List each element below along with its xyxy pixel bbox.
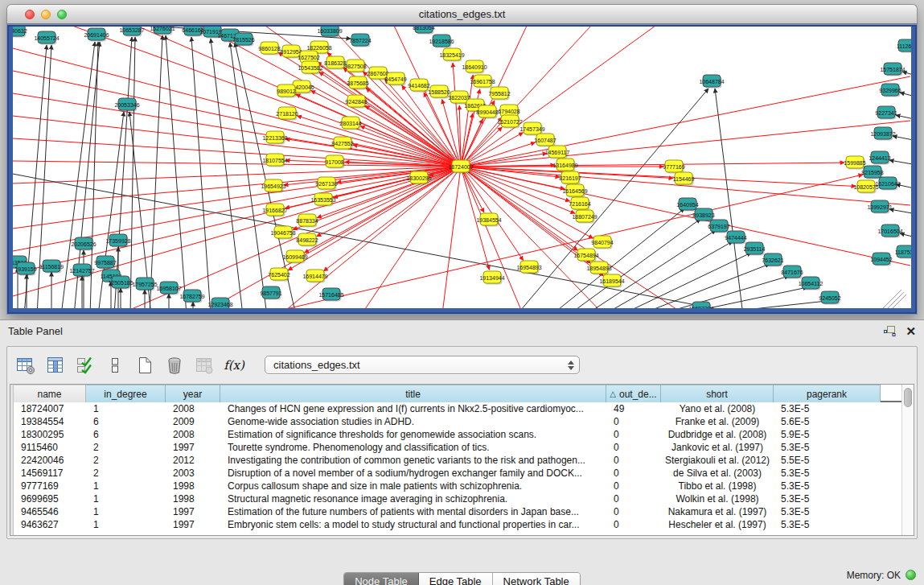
graph-node[interactable]: 17359928 xyxy=(105,234,130,248)
column-header-name[interactable]: name xyxy=(14,385,86,402)
show-columns-icon[interactable] xyxy=(45,355,66,376)
graph-node[interactable]: 1599885 xyxy=(844,156,865,170)
graph-node[interactable]: 15751874 xyxy=(880,63,905,76)
graph-node[interactable]: 9414682 xyxy=(408,79,429,93)
graph-node[interactable]: 8427552 xyxy=(331,137,353,150)
graph-node[interactable]: 16961758 xyxy=(470,75,495,89)
graph-node[interactable]: 7815526 xyxy=(232,33,254,47)
table-row[interactable]: 977716911998Corpus callosum shape and si… xyxy=(14,480,901,492)
column-header-short[interactable]: short xyxy=(661,385,774,402)
graph-node[interactable]: 2935114 xyxy=(744,242,766,256)
graph-node[interactable]: 9474444 xyxy=(725,231,746,245)
graph-node[interactable]: 8186328 xyxy=(324,56,346,70)
graph-node[interactable]: 9329966 xyxy=(879,84,901,97)
graph-node[interactable]: 14055724 xyxy=(34,31,59,45)
graph-node[interactable]: 9227341 xyxy=(875,106,897,120)
row-height-icon[interactable] xyxy=(105,355,125,376)
graph-node[interactable]: 1244413 xyxy=(869,151,890,165)
graph-node[interactable]: 7632621 xyxy=(762,253,783,267)
graph-node[interactable]: 8938923 xyxy=(692,208,714,222)
graph-node[interactable]: 16754894 xyxy=(573,249,598,262)
network-canvas[interactable]: 1640632140557242069140610653287152760216… xyxy=(13,27,911,308)
graph-node[interactable]: 8471676 xyxy=(781,266,803,279)
graph-node[interactable]: 11156819 xyxy=(39,260,64,274)
table-mode-icon[interactable] xyxy=(15,355,36,376)
graph-node[interactable]: 16687304 xyxy=(688,302,713,308)
graph-node[interactable]: 16164569 xyxy=(562,184,587,198)
graph-node[interactable]: 13164989 xyxy=(552,159,577,172)
graph-node[interactable]: 14569117 xyxy=(545,146,570,159)
graph-node[interactable]: 18640910 xyxy=(462,60,487,74)
graph-node[interactable]: 9245052 xyxy=(819,291,840,305)
close-panel-icon[interactable]: ✕ xyxy=(906,325,916,337)
graph-node[interactable]: 16210727 xyxy=(497,115,522,129)
graph-node[interactable]: 19654923 xyxy=(261,179,285,193)
graph-node[interactable]: 8498222 xyxy=(296,233,318,247)
graph-node[interactable]: 7625402 xyxy=(268,268,290,282)
graph-node[interactable]: 16210643 xyxy=(875,177,900,191)
graph-node[interactable]: 9267130 xyxy=(315,177,337,191)
table-row[interactable]: 1456911722003Disruption of a novel membe… xyxy=(14,467,901,480)
graph-node[interactable]: 17016504 xyxy=(877,225,902,238)
graph-node[interactable]: 12505185 xyxy=(108,276,133,290)
delete-column-icon[interactable] xyxy=(164,355,185,376)
new-column-icon[interactable] xyxy=(134,355,155,376)
graph-node[interactable]: 2718120 xyxy=(276,107,298,121)
graph-node[interactable]: 8878334 xyxy=(296,214,318,228)
graph-node[interactable]: 1640632 xyxy=(13,27,27,38)
graph-node[interactable]: 20206526 xyxy=(71,237,96,251)
graph-node[interactable]: 10543582 xyxy=(298,61,322,75)
graph-node[interactable]: 8813054 xyxy=(413,27,434,35)
table-row[interactable]: 946554611997Estimation of the future num… xyxy=(14,505,901,518)
graph-node[interactable]: 16954893 xyxy=(516,261,541,274)
graph-node[interactable]: 8216197 xyxy=(559,171,581,185)
graph-node[interactable]: 1607487 xyxy=(534,134,556,147)
graph-node[interactable]: 1154469 xyxy=(673,172,695,186)
graph-node[interactable]: 1094452 xyxy=(870,253,892,266)
graph-node[interactable]: 9777169 xyxy=(663,160,684,174)
graph-node[interactable]: 6379197 xyxy=(708,220,729,233)
graph-node[interactable]: 18325419 xyxy=(439,48,464,62)
graph-node[interactable]: 19384554 xyxy=(476,213,501,227)
column-header-pagerank[interactable]: pagerank xyxy=(774,385,881,402)
graph-node[interactable]: 7955812 xyxy=(488,87,510,101)
graph-node[interactable]: 12923468 xyxy=(207,298,232,308)
select-all-rows-icon[interactable] xyxy=(75,355,96,376)
resize-grip-icon[interactable] xyxy=(883,290,906,308)
graph-node[interactable]: 8215958 xyxy=(861,166,883,179)
table-row[interactable]: 911546021997Tourette syndrome. Phenomeno… xyxy=(14,441,901,454)
graph-node[interactable]: 16782759 xyxy=(179,290,204,303)
table-row[interactable]: 1830029562008Estimation of significance … xyxy=(14,428,901,441)
graph-node[interactable]: 9840794 xyxy=(591,236,613,249)
table-row[interactable]: 1938455462009Genome-wide association stu… xyxy=(14,415,901,428)
graph-node[interactable]: 1112684 xyxy=(897,39,911,53)
table-row[interactable]: 969969511998Structural magnetic resonanc… xyxy=(14,492,901,505)
zoom-window-icon[interactable] xyxy=(57,10,67,19)
float-panel-icon[interactable] xyxy=(884,326,896,337)
graph-node[interactable]: 8454749 xyxy=(384,72,406,86)
table-row[interactable]: 2242004622012Investigating the contribut… xyxy=(14,454,901,467)
graph-node[interactable]: 12142757 xyxy=(69,264,94,278)
graph-node[interactable]: 16189544 xyxy=(599,274,624,288)
function-builder-icon[interactable]: f(x) xyxy=(224,355,244,376)
graph-node[interactable]: 16353553 xyxy=(310,193,335,207)
graph-node[interactable]: 16914479 xyxy=(302,270,327,283)
graph-node[interactable]: 7857224 xyxy=(349,34,371,47)
graph-node[interactable]: 13992971 xyxy=(867,200,892,214)
graph-node[interactable]: 16033809 xyxy=(317,27,342,38)
graph-node[interactable]: 9860128 xyxy=(258,42,280,56)
graph-node[interactable]: 15276021 xyxy=(150,27,175,35)
graph-node[interactable]: 18954893 xyxy=(586,262,611,275)
graph-node[interactable]: 3875685 xyxy=(347,76,368,90)
graph-node[interactable]: 19218586 xyxy=(429,35,454,48)
graph-node[interactable]: 15716485 xyxy=(318,288,343,302)
graph-node[interactable]: 20691406 xyxy=(84,28,109,42)
graph-node[interactable]: 12213363 xyxy=(262,131,287,145)
table-row[interactable]: 946362711997Embryonic stem cells: a mode… xyxy=(14,518,901,531)
memory-status-indicator-icon[interactable] xyxy=(906,570,916,580)
table-vertical-scrollbar[interactable] xyxy=(901,385,914,535)
graph-node[interactable]: 10648784 xyxy=(699,75,724,89)
graph-node[interactable]: 8990448 xyxy=(476,105,498,119)
graph-node[interactable]: 18107554 xyxy=(262,154,287,167)
graph-node[interactable]: 10820575 xyxy=(853,180,878,194)
